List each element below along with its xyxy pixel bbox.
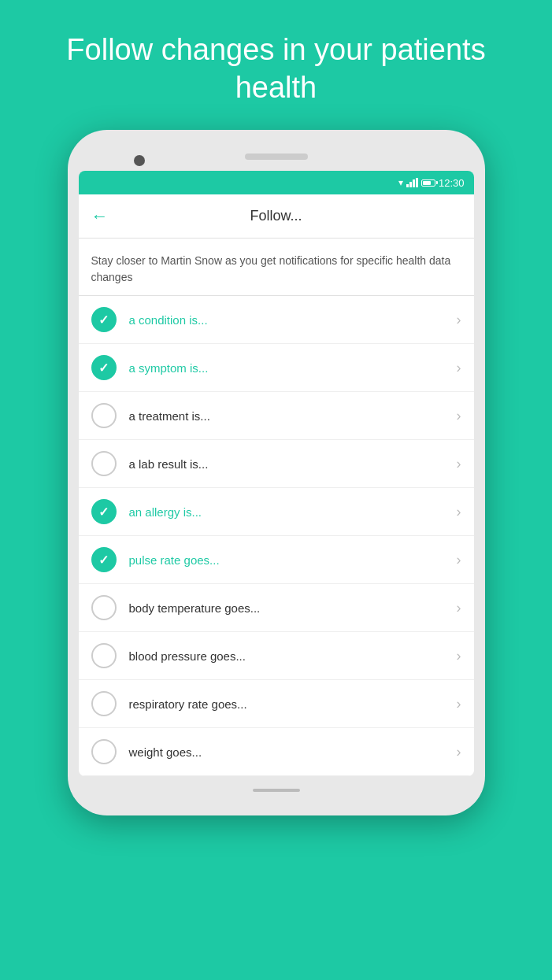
checkbox-pulse_rate[interactable]: ✓	[91, 547, 117, 572]
checkmark-icon: ✓	[98, 312, 109, 327]
checkbox-lab_result[interactable]	[91, 451, 117, 476]
label-body_temperature: body temperature goes...	[129, 601, 457, 615]
chevron-right-icon: ›	[457, 456, 461, 472]
chevron-right-icon: ›	[457, 408, 461, 424]
wifi-icon: ▾	[398, 177, 403, 188]
chevron-right-icon: ›	[457, 312, 461, 328]
list-item-condition[interactable]: ✓a condition is...›	[79, 296, 474, 344]
list-item-symptom[interactable]: ✓a symptom is...›	[79, 344, 474, 392]
checkbox-treatment[interactable]	[91, 403, 117, 428]
chevron-right-icon: ›	[457, 648, 461, 664]
checkmark-icon: ✓	[98, 505, 109, 520]
list-item-lab_result[interactable]: a lab result is...›	[79, 440, 474, 488]
chevron-right-icon: ›	[457, 744, 461, 760]
checkbox-symptom[interactable]: ✓	[91, 355, 117, 380]
checkbox-respiratory_rate[interactable]	[91, 691, 117, 716]
list-item-pulse_rate[interactable]: ✓pulse rate goes...›	[79, 536, 474, 584]
status-time: 12:30	[439, 177, 465, 189]
speaker	[245, 153, 308, 160]
label-lab_result: a lab result is...	[129, 457, 457, 471]
label-blood_pressure: blood pressure goes...	[129, 649, 457, 663]
checkbox-blood_pressure[interactable]	[91, 643, 117, 668]
list-item-allergy[interactable]: ✓an allergy is...›	[79, 488, 474, 536]
list-item-blood_pressure[interactable]: blood pressure goes...›	[79, 632, 474, 680]
battery-icon	[421, 179, 435, 187]
checkbox-condition[interactable]: ✓	[91, 307, 117, 332]
label-pulse_rate: pulse rate goes...	[129, 553, 457, 567]
phone-frame: ▾ 12:30 ← Follow... Stay closer t	[68, 130, 485, 815]
list-item-weight[interactable]: weight goes...›	[79, 728, 474, 776]
label-respiratory_rate: respiratory rate goes...	[129, 697, 457, 711]
chevron-right-icon: ›	[457, 360, 461, 376]
list-container: ✓a condition is...›✓a symptom is...›a tr…	[79, 296, 474, 776]
label-symptom: a symptom is...	[129, 361, 457, 375]
checkbox-weight[interactable]	[91, 739, 117, 764]
chevron-right-icon: ›	[457, 552, 461, 568]
status-icons: ▾ 12:30	[398, 177, 465, 189]
camera	[134, 155, 145, 166]
description-text: Stay closer to Martin Snow as you get no…	[79, 239, 474, 296]
label-treatment: a treatment is...	[129, 409, 457, 423]
label-weight: weight goes...	[129, 745, 457, 759]
chevron-right-icon: ›	[457, 504, 461, 520]
app-bar-title: Follow...	[121, 208, 432, 224]
status-bar: ▾ 12:30	[79, 171, 474, 194]
app-bar: ← Follow...	[79, 194, 474, 239]
list-item-respiratory_rate[interactable]: respiratory rate goes...›	[79, 680, 474, 728]
checkmark-icon: ✓	[98, 361, 109, 375]
label-condition: a condition is...	[129, 313, 457, 327]
back-button[interactable]: ←	[91, 206, 109, 227]
label-allergy: an allergy is...	[129, 505, 457, 519]
chevron-right-icon: ›	[457, 696, 461, 712]
list-item-treatment[interactable]: a treatment is...›	[79, 392, 474, 440]
checkmark-icon: ✓	[98, 553, 109, 568]
phone-top	[79, 146, 474, 171]
phone-bottom-bar	[253, 789, 300, 792]
hero-title: Follow changes in your patients health	[0, 0, 552, 130]
phone-screen: ▾ 12:30 ← Follow... Stay closer t	[79, 171, 474, 776]
checkbox-allergy[interactable]: ✓	[91, 499, 117, 524]
checkbox-body_temperature[interactable]	[91, 595, 117, 620]
list-item-body_temperature[interactable]: body temperature goes...›	[79, 584, 474, 632]
chevron-right-icon: ›	[457, 600, 461, 616]
signal-bars-icon	[406, 178, 418, 187]
